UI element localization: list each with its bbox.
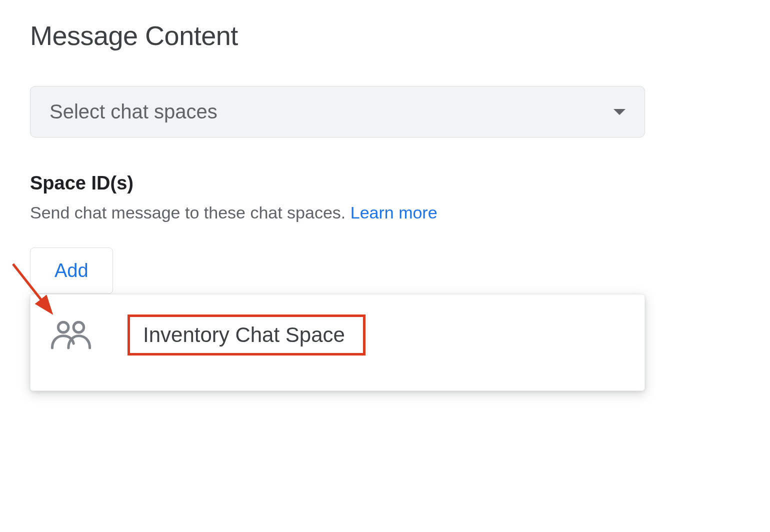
svg-point-3	[74, 322, 84, 332]
chat-spaces-dropdown-panel: Inventory Chat Space	[30, 294, 645, 391]
annotation-highlight-box: Inventory Chat Space	[128, 314, 366, 356]
select-chat-spaces-label: Select chat spaces	[50, 100, 218, 123]
chat-space-dropdown-item[interactable]: Inventory Chat Space	[50, 310, 624, 360]
learn-more-link[interactable]: Learn more	[350, 203, 438, 222]
people-icon	[50, 320, 92, 350]
space-ids-description-text: Send chat message to these chat spaces.	[30, 203, 350, 222]
add-button[interactable]: Add	[30, 248, 113, 294]
chat-space-item-label: Inventory Chat Space	[143, 323, 345, 346]
caret-down-icon	[614, 109, 626, 115]
svg-point-2	[58, 322, 68, 332]
select-chat-spaces-dropdown[interactable]: Select chat spaces	[30, 86, 645, 138]
space-ids-description: Send chat message to these chat spaces. …	[30, 203, 740, 222]
space-ids-label: Space ID(s)	[30, 172, 740, 194]
page-title: Message Content	[30, 20, 740, 51]
